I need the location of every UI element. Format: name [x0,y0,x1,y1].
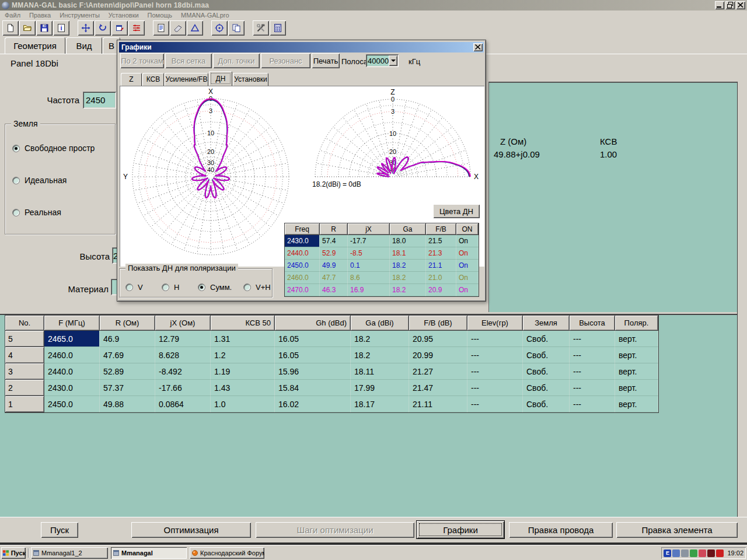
polarization-option[interactable]: V+H [243,282,271,292]
results-cell[interactable]: 18.17 [351,396,409,412]
open-folder-button[interactable] [19,20,36,36]
results-cell[interactable]: 17.99 [351,380,409,396]
results-cell[interactable]: 46.9 [100,331,155,347]
info-button[interactable]: i [53,20,69,36]
results-cell[interactable]: 57.37 [100,380,155,396]
tools-button[interactable] [253,20,269,36]
ground-option[interactable]: Реальная [12,207,111,218]
results-cell[interactable]: 15.96 [275,363,351,380]
dialog-tab-ДН[interactable]: ДН [209,71,232,86]
results-cell[interactable]: Своб. [523,380,570,396]
results-cell[interactable]: 16.05 [275,347,351,363]
menu-item[interactable]: Правка [29,12,51,19]
results-cell[interactable]: верт. [615,363,658,380]
results-cell[interactable]: 16.05 [275,331,351,347]
results-cell[interactable]: 16.02 [275,396,351,412]
menu-item[interactable]: Файл [5,12,20,19]
restore-button[interactable] [725,1,735,9]
results-cell[interactable]: 52.89 [100,363,155,380]
dialog-tab-Установки[interactable]: Установки [233,73,268,86]
menu-item[interactable]: Помощь [148,12,173,19]
results-cell[interactable]: 18.2 [351,331,409,347]
freq-table-cell[interactable]: 2450.0 [285,260,320,272]
band-dropdown-button[interactable] [389,55,397,66]
dialog-tab-Z[interactable]: Z [121,73,142,86]
dialog-button-5[interactable]: Печать [312,53,340,68]
results-cell[interactable]: Своб. [523,363,570,380]
results-cell[interactable]: 21.27 [409,363,467,380]
security-tray-icon[interactable] [699,550,706,557]
ground-option[interactable]: Свободное простр [12,143,111,153]
results-cell[interactable]: 49.88 [100,396,155,412]
results-cell[interactable]: --- [570,396,615,412]
dialog-close-button[interactable] [473,43,483,51]
row-header[interactable]: 1 [5,396,44,412]
frequency-input[interactable]: 2450 [83,92,116,108]
row-header[interactable]: 5 [5,331,44,347]
polarization-option[interactable]: V [125,282,143,292]
results-cell[interactable]: --- [467,396,523,412]
freq-table-cell[interactable]: 57.4 [320,235,348,247]
freq-table-cell[interactable]: 21.0 [426,272,456,284]
results-cell[interactable]: 0.0864 [155,396,211,412]
results-cell[interactable]: верт. [615,380,658,396]
results-cell[interactable]: 1.19 [211,363,275,380]
results-cell[interactable]: 21.11 [409,396,467,412]
freq-table-cell[interactable]: 47.7 [320,272,348,284]
network-tray-icon[interactable] [672,550,680,557]
results-cell[interactable]: 2440.0 [44,363,100,380]
menu-item[interactable]: Инструменты [60,12,100,19]
doc-lines-button[interactable] [153,20,169,36]
results-cell[interactable]: -17.66 [155,380,211,396]
freq-table-cell[interactable]: 2440.0 [285,247,320,260]
freq-table-cell[interactable]: 21.3 [426,247,456,260]
results-cell[interactable]: 21.47 [409,380,467,396]
freq-table-cell[interactable]: 2430.0 [285,235,320,247]
eraser-button[interactable] [170,20,186,36]
start-button[interactable]: Пуск [1,547,26,559]
results-cell[interactable]: 1.31 [211,331,275,347]
polarization-option[interactable]: H [162,282,179,292]
results-cell[interactable]: --- [467,380,523,396]
results-cell[interactable]: Своб. [523,347,570,363]
task-button[interactable]: Краснодарский Форум W... [190,547,264,559]
menu-item[interactable]: MMANA-GALpro [181,12,229,19]
freq-table-cell[interactable]: 2460.0 [285,272,320,284]
freq-table-cell[interactable]: 8.6 [348,272,390,284]
tab-1[interactable]: Геометрия [5,37,65,54]
freq-table-cell[interactable]: 18.0 [390,235,426,247]
results-cell[interactable]: 15.84 [275,380,351,396]
freq-table-cell[interactable]: 21.1 [426,260,456,272]
band-combobox[interactable]: 40000 [366,54,399,67]
element-lines-button[interactable] [128,20,145,36]
freq-table-cell[interactable]: -17.7 [348,235,390,247]
dialog-titlebar[interactable]: Графики [119,42,484,52]
results-cell[interactable]: 20.99 [409,347,467,363]
action-5-button[interactable]: Правка провода [509,522,613,538]
messenger-tray-icon[interactable]: E [664,550,671,557]
results-cell[interactable]: 2430.0 [44,380,100,396]
close-button[interactable] [736,1,745,9]
freq-table-cell[interactable]: 2470.0 [285,284,320,296]
results-cell[interactable]: 2465.0 [44,331,100,347]
polarization-option[interactable]: Сумм. [198,282,232,292]
freq-table-cell[interactable]: On [456,284,479,296]
sphere-tray-icon[interactable] [707,550,715,557]
results-cell[interactable]: 1.0 [211,396,275,412]
freq-table-cell[interactable]: 16.9 [348,284,390,296]
freq-table-cell[interactable]: 18.2 [390,260,426,272]
results-cell[interactable]: 1.2 [211,347,275,363]
freq-table-cell[interactable]: 46.3 [320,284,348,296]
results-cell[interactable]: 18.2 [351,347,409,363]
results-cell[interactable]: --- [570,331,615,347]
target-button[interactable] [211,20,228,36]
freq-table-cell[interactable]: On [456,247,479,260]
save-button[interactable] [36,20,53,36]
results-cell[interactable]: верт. [615,331,658,347]
results-cell[interactable]: верт. [615,396,658,412]
row-header[interactable]: 3 [5,363,44,380]
pattern-colors-button[interactable]: Цвета ДН [433,204,480,218]
freq-table-cell[interactable]: 0.1 [348,260,390,272]
results-cell[interactable]: --- [467,331,523,347]
ground-option[interactable]: Идеальная [12,175,111,186]
